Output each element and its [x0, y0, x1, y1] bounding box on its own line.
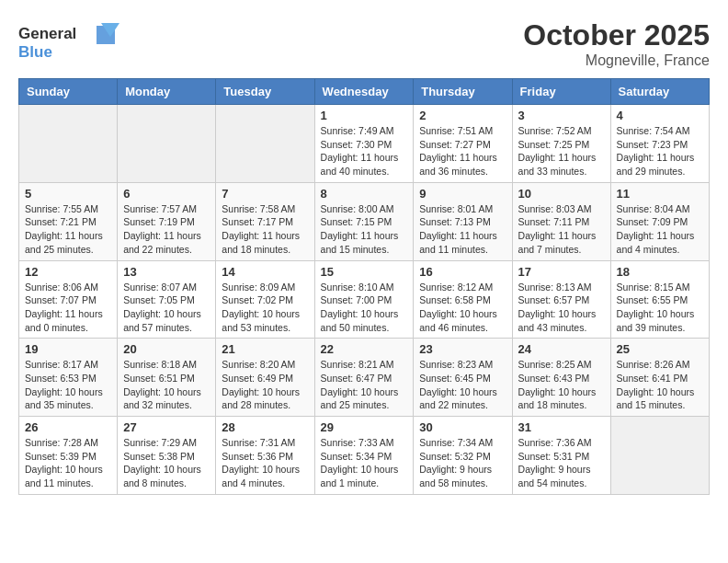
calendar-cell: 1Sunrise: 7:49 AM Sunset: 7:30 PM Daylig… — [314, 105, 414, 183]
calendar-cell: 9Sunrise: 8:01 AM Sunset: 7:13 PM Daylig… — [414, 182, 512, 260]
calendar-cell — [216, 105, 314, 183]
page-header: General Blue October 2025 Mogneville, Fr… — [18, 18, 710, 69]
weekday-header-thursday: Thursday — [414, 79, 512, 105]
day-info: Sunrise: 8:25 AM Sunset: 6:43 PM Dayligh… — [518, 358, 605, 412]
calendar-cell — [19, 105, 118, 183]
day-info: Sunrise: 8:10 AM Sunset: 7:00 PM Dayligh… — [321, 281, 408, 335]
location-title: Mogneville, France — [523, 52, 710, 69]
day-info: Sunrise: 7:28 AM Sunset: 5:39 PM Dayligh… — [25, 436, 111, 490]
calendar-cell — [118, 105, 216, 183]
day-info: Sunrise: 7:33 AM Sunset: 5:34 PM Dayligh… — [321, 436, 408, 490]
day-number: 18 — [617, 265, 703, 279]
calendar-cell: 30Sunrise: 7:34 AM Sunset: 5:32 PM Dayli… — [414, 417, 512, 495]
calendar-cell: 18Sunrise: 8:15 AM Sunset: 6:55 PM Dayli… — [610, 260, 709, 339]
calendar-cell: 13Sunrise: 8:07 AM Sunset: 7:05 PM Dayli… — [118, 260, 216, 339]
day-number: 12 — [25, 265, 111, 279]
day-info: Sunrise: 8:03 AM Sunset: 7:11 PM Dayligh… — [518, 202, 605, 257]
day-number: 2 — [419, 109, 506, 122]
calendar-cell: 24Sunrise: 8:25 AM Sunset: 6:43 PM Dayli… — [512, 339, 610, 417]
day-number: 6 — [123, 187, 210, 201]
calendar-cell: 25Sunrise: 8:26 AM Sunset: 6:41 PM Dayli… — [610, 339, 709, 417]
month-title: October 2025 — [523, 18, 710, 52]
title-block: October 2025 Mogneville, France — [523, 18, 710, 69]
day-number: 21 — [222, 342, 308, 356]
logo-wordmark: General Blue — [18, 18, 119, 68]
calendar-week-row: 1Sunrise: 7:49 AM Sunset: 7:30 PM Daylig… — [19, 105, 710, 183]
calendar-cell: 26Sunrise: 7:28 AM Sunset: 5:39 PM Dayli… — [19, 417, 118, 495]
svg-text:General: General — [18, 25, 76, 42]
day-number: 23 — [419, 342, 506, 356]
day-info: Sunrise: 7:29 AM Sunset: 5:38 PM Dayligh… — [123, 436, 210, 490]
day-number: 20 — [123, 342, 210, 356]
day-number: 15 — [321, 265, 408, 279]
svg-text:Blue: Blue — [18, 43, 52, 61]
weekday-header-saturday: Saturday — [610, 79, 709, 105]
day-number: 16 — [419, 265, 506, 279]
calendar-cell: 21Sunrise: 8:20 AM Sunset: 6:49 PM Dayli… — [216, 339, 314, 417]
day-info: Sunrise: 7:34 AM Sunset: 5:32 PM Dayligh… — [419, 436, 506, 490]
calendar-week-row: 26Sunrise: 7:28 AM Sunset: 5:39 PM Dayli… — [19, 417, 710, 495]
day-info: Sunrise: 7:54 AM Sunset: 7:23 PM Dayligh… — [617, 124, 703, 178]
calendar-cell: 2Sunrise: 7:51 AM Sunset: 7:27 PM Daylig… — [414, 105, 512, 183]
day-info: Sunrise: 8:20 AM Sunset: 6:49 PM Dayligh… — [222, 358, 308, 412]
day-info: Sunrise: 8:09 AM Sunset: 7:02 PM Dayligh… — [222, 281, 308, 335]
day-number: 27 — [123, 420, 210, 434]
day-info: Sunrise: 7:52 AM Sunset: 7:25 PM Dayligh… — [518, 124, 605, 178]
day-number: 5 — [25, 187, 111, 201]
day-info: Sunrise: 8:12 AM Sunset: 6:58 PM Dayligh… — [419, 281, 506, 335]
calendar-cell: 7Sunrise: 7:58 AM Sunset: 7:17 PM Daylig… — [216, 182, 314, 260]
day-info: Sunrise: 8:07 AM Sunset: 7:05 PM Dayligh… — [123, 281, 210, 335]
calendar-cell: 31Sunrise: 7:36 AM Sunset: 5:31 PM Dayli… — [512, 417, 610, 495]
calendar-week-row: 12Sunrise: 8:06 AM Sunset: 7:07 PM Dayli… — [19, 260, 710, 339]
calendar-cell: 16Sunrise: 8:12 AM Sunset: 6:58 PM Dayli… — [414, 260, 512, 339]
day-number: 17 — [518, 265, 605, 279]
day-number: 8 — [321, 187, 408, 201]
day-info: Sunrise: 8:15 AM Sunset: 6:55 PM Dayligh… — [617, 281, 703, 335]
weekday-header-row: SundayMondayTuesdayWednesdayThursdayFrid… — [19, 79, 710, 105]
day-info: Sunrise: 7:49 AM Sunset: 7:30 PM Dayligh… — [321, 124, 408, 178]
day-number: 30 — [419, 420, 506, 434]
day-info: Sunrise: 8:23 AM Sunset: 6:45 PM Dayligh… — [419, 358, 506, 412]
calendar-cell: 14Sunrise: 8:09 AM Sunset: 7:02 PM Dayli… — [216, 260, 314, 339]
calendar-cell: 15Sunrise: 8:10 AM Sunset: 7:00 PM Dayli… — [314, 260, 414, 339]
day-number: 1 — [321, 109, 408, 122]
calendar-cell: 3Sunrise: 7:52 AM Sunset: 7:25 PM Daylig… — [512, 105, 610, 183]
day-info: Sunrise: 7:51 AM Sunset: 7:27 PM Dayligh… — [419, 124, 506, 178]
day-info: Sunrise: 8:04 AM Sunset: 7:09 PM Dayligh… — [617, 202, 703, 257]
weekday-header-tuesday: Tuesday — [216, 79, 314, 105]
calendar-cell: 4Sunrise: 7:54 AM Sunset: 7:23 PM Daylig… — [610, 105, 709, 183]
day-number: 13 — [123, 265, 210, 279]
calendar-cell: 29Sunrise: 7:33 AM Sunset: 5:34 PM Dayli… — [314, 417, 414, 495]
calendar-cell: 6Sunrise: 7:57 AM Sunset: 7:19 PM Daylig… — [118, 182, 216, 260]
day-number: 26 — [25, 420, 111, 434]
calendar-cell: 19Sunrise: 8:17 AM Sunset: 6:53 PM Dayli… — [19, 339, 118, 417]
day-number: 24 — [518, 342, 605, 356]
calendar-week-row: 5Sunrise: 7:55 AM Sunset: 7:21 PM Daylig… — [19, 182, 710, 260]
day-number: 7 — [222, 187, 308, 201]
day-info: Sunrise: 8:17 AM Sunset: 6:53 PM Dayligh… — [25, 358, 111, 412]
day-info: Sunrise: 7:36 AM Sunset: 5:31 PM Dayligh… — [518, 436, 605, 490]
calendar-cell: 22Sunrise: 8:21 AM Sunset: 6:47 PM Dayli… — [314, 339, 414, 417]
calendar-cell — [610, 417, 709, 495]
day-number: 22 — [321, 342, 408, 356]
day-number: 29 — [321, 420, 408, 434]
day-number: 9 — [419, 187, 506, 201]
calendar-cell: 23Sunrise: 8:23 AM Sunset: 6:45 PM Dayli… — [414, 339, 512, 417]
calendar-cell: 17Sunrise: 8:13 AM Sunset: 6:57 PM Dayli… — [512, 260, 610, 339]
weekday-header-wednesday: Wednesday — [314, 79, 414, 105]
weekday-header-sunday: Sunday — [19, 79, 118, 105]
day-number: 10 — [518, 187, 605, 201]
day-info: Sunrise: 8:13 AM Sunset: 6:57 PM Dayligh… — [518, 281, 605, 335]
calendar-cell: 8Sunrise: 8:00 AM Sunset: 7:15 PM Daylig… — [314, 182, 414, 260]
day-number: 11 — [617, 187, 703, 201]
day-info: Sunrise: 7:31 AM Sunset: 5:36 PM Dayligh… — [222, 436, 308, 490]
day-info: Sunrise: 7:55 AM Sunset: 7:21 PM Dayligh… — [25, 202, 111, 257]
day-info: Sunrise: 7:58 AM Sunset: 7:17 PM Dayligh… — [222, 202, 308, 257]
calendar-cell: 27Sunrise: 7:29 AM Sunset: 5:38 PM Dayli… — [118, 417, 216, 495]
calendar-week-row: 19Sunrise: 8:17 AM Sunset: 6:53 PM Dayli… — [19, 339, 710, 417]
calendar-cell: 11Sunrise: 8:04 AM Sunset: 7:09 PM Dayli… — [610, 182, 709, 260]
day-number: 3 — [518, 109, 605, 122]
day-info: Sunrise: 8:00 AM Sunset: 7:15 PM Dayligh… — [321, 202, 408, 257]
day-number: 4 — [617, 109, 703, 122]
day-info: Sunrise: 8:26 AM Sunset: 6:41 PM Dayligh… — [617, 358, 703, 412]
